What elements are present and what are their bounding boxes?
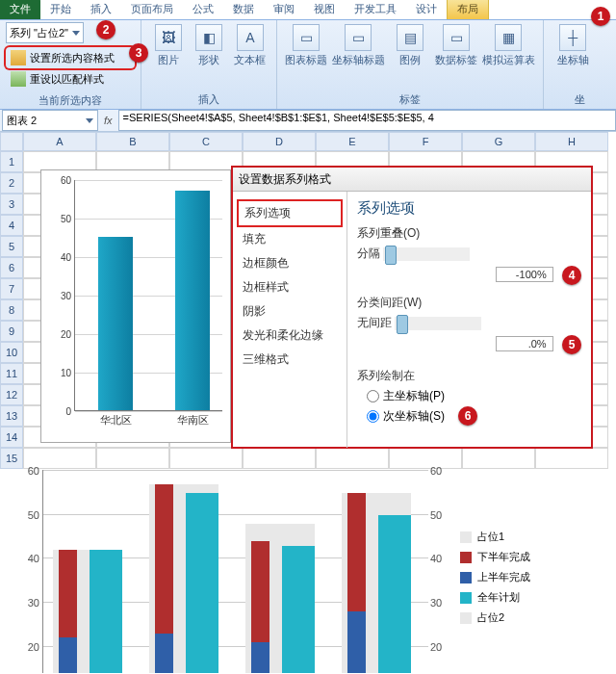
reset-style-label: 重设以匹配样式 bbox=[30, 72, 104, 87]
bar[interactable] bbox=[59, 637, 77, 673]
row-header[interactable]: 6 bbox=[0, 257, 23, 278]
tab-pagelayout[interactable]: 页面布局 bbox=[121, 0, 183, 19]
bar[interactable] bbox=[251, 642, 270, 673]
radio-primary-axis[interactable]: 主坐标轴(P) bbox=[367, 388, 581, 404]
col-header[interactable]: C bbox=[169, 132, 243, 151]
callout-5: 5 bbox=[562, 335, 581, 354]
radio-secondary-axis[interactable]: 次坐标轴(S) 6 bbox=[367, 406, 581, 426]
col-header[interactable]: D bbox=[243, 132, 316, 151]
bar[interactable] bbox=[155, 634, 173, 673]
gap-label: 分类间距(W) bbox=[357, 295, 581, 311]
row-header[interactable]: 9 bbox=[0, 321, 23, 342]
callout-6: 6 bbox=[458, 406, 477, 426]
row-header[interactable]: 12 bbox=[0, 384, 23, 405]
nav-border-color[interactable]: 边框颜色 bbox=[237, 251, 343, 275]
bar[interactable] bbox=[251, 541, 270, 642]
nav-glow[interactable]: 发光和柔化边缘 bbox=[237, 324, 343, 348]
group-axes-label: 坐 bbox=[550, 92, 610, 107]
legend-item: 全年计划 bbox=[460, 590, 530, 605]
col-header[interactable]: H bbox=[535, 132, 608, 151]
format-selection-label: 设置所选内容格式 bbox=[30, 51, 115, 65]
col-header[interactable]: E bbox=[316, 132, 389, 151]
name-box[interactable]: 图表 2 bbox=[2, 110, 98, 131]
row-header[interactable]: 13 bbox=[0, 405, 23, 427]
textbox-button[interactable]: A文本框 bbox=[230, 22, 271, 69]
bar[interactable] bbox=[378, 515, 411, 673]
row-header[interactable]: 8 bbox=[0, 299, 23, 321]
tab-data[interactable]: 数据 bbox=[223, 0, 264, 19]
bar[interactable] bbox=[186, 493, 218, 673]
tab-dev[interactable]: 开发工具 bbox=[345, 0, 406, 19]
formula-input[interactable]: =SERIES(Sheet4!$A$5, Sheet4!$B$1:$E$1, S… bbox=[118, 110, 616, 131]
fx-icon[interactable]: fx bbox=[104, 115, 113, 126]
row-header[interactable]: 5 bbox=[0, 236, 23, 257]
nav-3d[interactable]: 三维格式 bbox=[237, 348, 343, 372]
bar[interactable] bbox=[347, 493, 366, 611]
axistitle-icon: ▭ bbox=[345, 24, 372, 51]
callout-4: 4 bbox=[562, 266, 581, 285]
format-selection-button[interactable]: 设置所选内容格式 bbox=[6, 47, 135, 68]
overlap-slider[interactable] bbox=[383, 247, 470, 261]
legend: 占位1下半年完成上半年完成全年计划占位2 bbox=[460, 524, 530, 631]
datalabels-button[interactable]: ▭数据标签 bbox=[433, 22, 479, 69]
row-header[interactable]: 14 bbox=[0, 427, 23, 448]
charttitle-button[interactable]: ▭图表标题 bbox=[283, 22, 329, 69]
selection-combo[interactable]: 系列 "占位2" bbox=[6, 22, 84, 43]
col-header[interactable]: F bbox=[389, 132, 462, 151]
row-header[interactable]: 11 bbox=[0, 363, 23, 384]
datatable-button[interactable]: ▦模拟运算表 bbox=[479, 22, 537, 69]
tab-file[interactable]: 文件 bbox=[0, 0, 40, 19]
legend-item: 上半年完成 bbox=[460, 570, 530, 584]
datatable-icon: ▦ bbox=[495, 24, 522, 51]
tab-chartlayout[interactable]: 布局 bbox=[447, 0, 489, 19]
bar[interactable] bbox=[90, 550, 122, 673]
axes-icon: ┼ bbox=[559, 24, 586, 51]
chevron-down-icon bbox=[86, 118, 93, 123]
group-selection-label: 当前所选内容 bbox=[6, 93, 135, 108]
corner-cell[interactable] bbox=[0, 132, 23, 151]
tab-review[interactable]: 审阅 bbox=[264, 0, 304, 19]
overlap-left-label: 分隔 bbox=[357, 246, 380, 260]
chart-bottom[interactable]: 20203030404050506060 占位1下半年完成上半年完成全年计划占位… bbox=[8, 466, 608, 673]
bar[interactable] bbox=[175, 191, 210, 410]
col-header[interactable]: B bbox=[96, 132, 169, 151]
shape-button[interactable]: ◧形状 bbox=[189, 22, 230, 69]
tab-home[interactable]: 开始 bbox=[40, 0, 81, 19]
ribbon-body: 系列 "占位2" 设置所选内容格式 重设以匹配样式 当前所选内容 🖼图片 ◧形状 bbox=[0, 20, 616, 110]
legend-button[interactable]: ▤图例 bbox=[387, 22, 433, 69]
tab-view[interactable]: 视图 bbox=[304, 0, 345, 19]
chart-top[interactable]: 0102030405060华北区华南区 bbox=[40, 169, 231, 443]
col-header[interactable]: G bbox=[462, 132, 535, 151]
tab-insert[interactable]: 插入 bbox=[81, 0, 121, 19]
row-header[interactable]: 4 bbox=[0, 215, 23, 236]
reset-style-button[interactable]: 重设以匹配样式 bbox=[6, 68, 135, 90]
gap-value[interactable]: .0% bbox=[496, 336, 553, 351]
nav-fill[interactable]: 填充 bbox=[237, 227, 343, 251]
legend-icon: ▤ bbox=[397, 24, 424, 51]
bar[interactable] bbox=[59, 550, 77, 637]
nav-series-options[interactable]: 系列选项 bbox=[237, 199, 343, 227]
dialog-title: 设置数据系列格式 bbox=[233, 168, 591, 192]
axes-button[interactable]: ┼坐标轴 bbox=[550, 22, 596, 69]
row-header[interactable]: 7 bbox=[0, 278, 23, 299]
tab-formula[interactable]: 公式 bbox=[183, 0, 223, 19]
axistitle-button[interactable]: ▭坐标轴标题 bbox=[329, 22, 387, 69]
bar[interactable] bbox=[347, 611, 366, 673]
picture-button[interactable]: 🖼图片 bbox=[147, 22, 189, 69]
bar[interactable] bbox=[98, 237, 133, 410]
nav-shadow[interactable]: 阴影 bbox=[237, 299, 343, 324]
col-header[interactable]: A bbox=[23, 132, 96, 151]
legend-item: 占位1 bbox=[460, 530, 530, 544]
gap-slider[interactable] bbox=[395, 317, 481, 330]
row-header[interactable]: 1 bbox=[0, 151, 23, 172]
row-header[interactable]: 10 bbox=[0, 342, 23, 363]
bar[interactable] bbox=[155, 484, 173, 634]
row-header[interactable]: 3 bbox=[0, 194, 23, 215]
nav-border-style[interactable]: 边框样式 bbox=[237, 275, 343, 299]
row-header[interactable]: 2 bbox=[0, 172, 23, 194]
bar[interactable] bbox=[282, 546, 315, 673]
overlap-value[interactable]: -100% bbox=[496, 267, 553, 282]
dialog-pane: 系列选项 系列重叠(O) 分隔 -100% 4 分类间距(W) 无间距 bbox=[347, 192, 591, 448]
tab-design[interactable]: 设计 bbox=[406, 0, 447, 19]
overlap-label: 系列重叠(O) bbox=[357, 225, 581, 242]
